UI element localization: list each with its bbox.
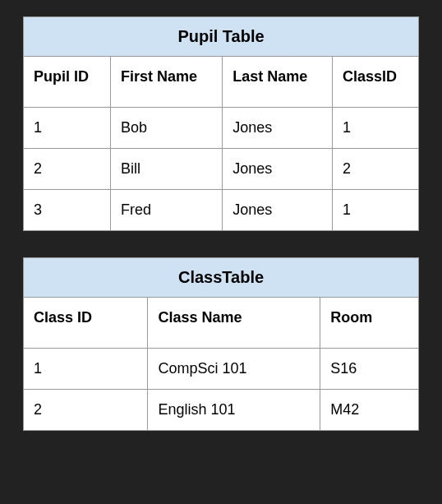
table-row: 1 Bob Jones 1: [24, 108, 419, 149]
class-header-name: Class Name: [148, 298, 320, 349]
cell: English 101: [148, 390, 320, 431]
table-row: 3 Fred Jones 1: [24, 190, 419, 231]
table-row: 2 English 101 M42: [24, 390, 419, 431]
cell: Bob: [111, 108, 223, 149]
table-row: 1 CompSci 101 S16: [24, 349, 419, 390]
cell: Jones: [223, 108, 333, 149]
pupil-header-classid: ClassID: [332, 57, 418, 108]
cell: Bill: [111, 149, 223, 190]
pupil-table-header-row: Pupil ID First Name Last Name ClassID: [24, 57, 419, 108]
pupil-header-firstname: First Name: [111, 57, 223, 108]
class-header-room: Room: [320, 298, 419, 349]
cell: Jones: [223, 190, 333, 231]
cell: S16: [320, 349, 419, 390]
table-row: 2 Bill Jones 2: [24, 149, 419, 190]
pupil-header-lastname: Last Name: [223, 57, 333, 108]
cell: 2: [24, 149, 111, 190]
pupil-table-title: Pupil Table: [23, 16, 419, 56]
class-table-title: ClassTable: [23, 257, 419, 297]
class-table: ClassTable Class ID Class Name Room 1 Co…: [23, 257, 419, 431]
cell: 1: [332, 190, 418, 231]
pupil-table: Pupil Table Pupil ID First Name Last Nam…: [23, 16, 419, 231]
cell: 1: [24, 108, 111, 149]
cell: M42: [320, 390, 419, 431]
class-header-id: Class ID: [24, 298, 148, 349]
cell: CompSci 101: [148, 349, 320, 390]
pupil-header-id: Pupil ID: [24, 57, 111, 108]
class-table-header-row: Class ID Class Name Room: [24, 298, 419, 349]
tables-container: Pupil Table Pupil ID First Name Last Nam…: [0, 0, 442, 447]
cell: 1: [332, 108, 418, 149]
cell: 2: [24, 390, 148, 431]
cell: 3: [24, 190, 111, 231]
cell: Jones: [223, 149, 333, 190]
cell: Fred: [111, 190, 223, 231]
cell: 1: [24, 349, 148, 390]
cell: 2: [332, 149, 418, 190]
